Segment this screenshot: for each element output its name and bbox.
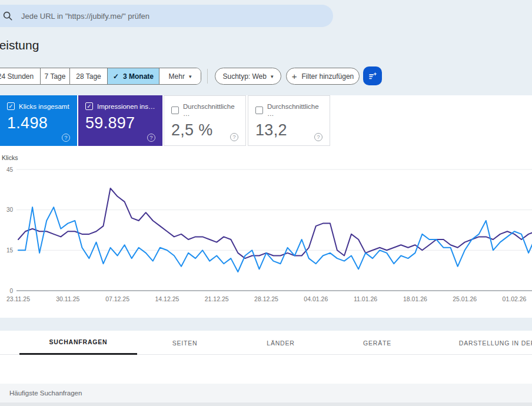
segment-label: 24 Stunden [0, 72, 34, 81]
help-icon[interactable]: ? [230, 133, 238, 141]
tab-label: SEITEN [172, 340, 198, 347]
metric-card-0[interactable]: ✓Klicks insgesamt1.498? [0, 95, 77, 146]
tune-sparkle-icon [367, 71, 378, 82]
search-input[interactable] [20, 11, 333, 21]
help-icon[interactable]: ? [147, 134, 155, 142]
x-tick-label: 30.11.25 [56, 295, 79, 302]
metric-card-value: 1.498 [7, 114, 70, 132]
date-range-3-monate[interactable]: ✓3 Monate [108, 68, 159, 84]
plus-icon: + [292, 71, 297, 81]
check-icon: ✓ [113, 72, 119, 81]
add-filter-label: Filter hinzufügen [302, 72, 354, 81]
dimensions-card: SUCHANFRAGENSEITENLÄNDERGERÄTEDARSTELLUN… [0, 331, 532, 406]
metric-card-label: Impressionen ins… [97, 103, 155, 110]
segment-label: 3 Monate [123, 72, 154, 81]
metric-card-label: Klicks insgesamt [19, 103, 69, 110]
metric-card-2[interactable]: Durchschnittliche …2,5 %? [164, 95, 246, 146]
checkbox-unchecked-icon[interactable] [171, 107, 179, 114]
segment-label: 28 Tage [76, 72, 101, 81]
metric-card-label: Durchschnittliche … [183, 103, 238, 117]
segment-label: Mehr [169, 72, 185, 81]
metric-card-value: 59.897 [85, 114, 155, 132]
date-range-7-tage[interactable]: 7 Tage [41, 68, 70, 84]
help-icon[interactable]: ? [314, 133, 322, 141]
checkbox-unchecked-icon[interactable] [255, 107, 263, 114]
x-tick-label: 23.11.25 [6, 295, 30, 302]
metric-card-value: 13,2 [255, 121, 322, 139]
search-icon [2, 11, 13, 21]
performance-chart: Klicks015304523.11.2530.11.2507.12.2514.… [0, 153, 532, 320]
metric-card-1[interactable]: ✓Impressionen ins…59.897? [78, 95, 162, 146]
table-header-label: Häufigste Suchanfragen [9, 390, 82, 397]
tab-geräte[interactable]: GERÄTE [333, 331, 421, 355]
date-range-28-tage[interactable]: 28 Tage [70, 68, 108, 84]
filter-tune-button[interactable] [363, 66, 382, 85]
x-tick-label: 14.12.25 [155, 295, 179, 302]
x-tick-label: 28.12.25 [254, 295, 278, 302]
x-tick-label: 18.01.26 [403, 295, 427, 302]
table-column-header-strip [0, 402, 532, 406]
date-range-mehr[interactable]: Mehr▾ [159, 68, 201, 84]
table-header-band: Häufigste Suchanfragen [0, 384, 532, 402]
help-icon[interactable]: ? [62, 134, 70, 142]
chart-line-impressionen [18, 188, 532, 258]
y-tick-label: 15 [6, 247, 14, 254]
metric-card-value: 2,5 % [171, 121, 238, 139]
tab-label: GERÄTE [363, 340, 391, 347]
date-range-segmented-control: 24 Stunden7 Tage28 Tage✓3 MonateMehr▾ [0, 68, 201, 85]
y-tick-label: 0 [9, 288, 13, 294]
tab-label: SUCHANFRAGEN [49, 338, 108, 345]
page-title: Leistung [0, 38, 39, 52]
y-tick-label: 30 [6, 207, 14, 213]
tab-seiten[interactable]: SEITEN [141, 331, 229, 355]
segment-label: 7 Tage [45, 72, 66, 81]
add-filter-button[interactable]: + Filter hinzufügen [286, 68, 360, 85]
date-range-24-stunden[interactable]: 24 Stunden [0, 68, 41, 84]
checkbox-checked-icon[interactable]: ✓ [7, 102, 15, 110]
tab-länder[interactable]: LÄNDER [237, 331, 325, 355]
search-type-dropdown[interactable]: Suchtyp: Web ▾ [215, 68, 281, 85]
chevron-down-icon: ▾ [189, 74, 192, 79]
x-tick-label: 07.12.25 [105, 295, 129, 302]
chart-ylabel: Klicks [2, 154, 18, 161]
tab-label: LÄNDER [267, 340, 294, 347]
metric-card-label: Durchschnittliche … [267, 103, 322, 117]
x-tick-label: 04.01.26 [304, 295, 328, 302]
x-tick-label: 25.01.26 [453, 295, 477, 302]
x-tick-label: 21.12.25 [205, 295, 229, 302]
tab-darstellung-in-der[interactable]: DARSTELLUNG IN DER [453, 331, 532, 355]
metric-card-3[interactable]: Durchschnittliche …13,2? [248, 95, 330, 146]
tab-suchanfragen[interactable]: SUCHANFRAGEN [19, 331, 137, 355]
chart-line-klicks [18, 207, 532, 272]
x-tick-label: 11.01.26 [354, 295, 377, 302]
y-tick-label: 45 [6, 167, 14, 173]
search-type-label: Suchtyp: Web [222, 72, 266, 81]
x-tick-label: 01.02.26 [503, 295, 527, 302]
chevron-down-icon: ▾ [271, 74, 274, 79]
url-inspection-search[interactable] [0, 5, 333, 27]
metric-cards: ✓Klicks insgesamt1.498?✓Impressionen ins… [0, 95, 532, 146]
checkbox-checked-icon[interactable]: ✓ [85, 102, 93, 110]
tab-label: DARSTELLUNG IN DER [459, 340, 532, 347]
dimension-tabs: SUCHANFRAGENSEITENLÄNDERGERÄTEDARSTELLUN… [0, 331, 532, 355]
toolbar-divider [207, 69, 208, 84]
